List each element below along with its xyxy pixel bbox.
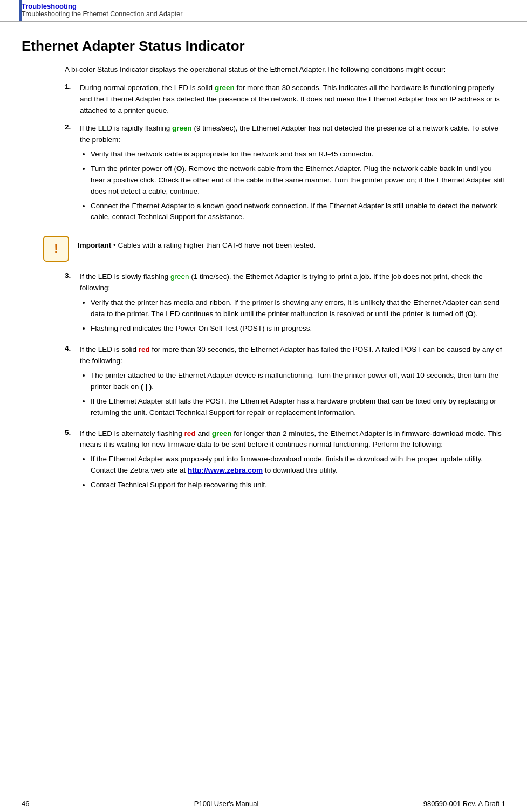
page-header: Troubleshooting Troubleshooting the Ethe… bbox=[0, 0, 527, 22]
bullet-2-2-bold-o: O bbox=[176, 165, 182, 173]
item-4-highlight-red: red bbox=[139, 345, 150, 353]
numbered-item-4: 4. If the LED is solid red for more than… bbox=[65, 344, 505, 422]
important-text: Important • Cables with a rating higher … bbox=[78, 236, 316, 251]
numbered-section-5: 5. If the LED is alternately flashing re… bbox=[65, 428, 505, 495]
bullet-3-2: Flashing red indicates the Power On Self… bbox=[91, 323, 505, 335]
item-1-highlight-green: green bbox=[215, 84, 235, 92]
numbered-item-1: 1. During normal operation, the LED is s… bbox=[65, 83, 505, 117]
bullet-4-1-bold-pipe: ( | ) bbox=[141, 383, 152, 391]
numbered-section-3: 3. If the LED is slowly flashing green (… bbox=[65, 271, 505, 338]
item-5-bullets: If the Ethernet Adapter was purposely pu… bbox=[91, 454, 505, 491]
bullet-3-1-bold-o: O bbox=[468, 310, 474, 318]
important-exclamation: ! bbox=[54, 241, 58, 256]
item-3-num: 3. bbox=[65, 271, 80, 338]
footer-doc-number: 980590-001 Rev. A Draft 1 bbox=[423, 800, 505, 808]
item-1-content: During normal operation, the LED is soli… bbox=[80, 83, 505, 117]
item-1-num: 1. bbox=[65, 83, 80, 117]
numbered-item-5: 5. If the LED is alternately flashing re… bbox=[65, 428, 505, 495]
item-5-highlight-green: green bbox=[212, 429, 232, 438]
bullet-3-1: Verify that the printer has media and ri… bbox=[91, 297, 505, 320]
bullet-2-1: Verify that the network cable is appropr… bbox=[91, 149, 505, 160]
item-4-num: 4. bbox=[65, 344, 80, 422]
header-accent-bar bbox=[19, 0, 22, 21]
item-4-bullets: The printer attached to the Ethernet Ada… bbox=[91, 370, 505, 419]
footer-page-number: 46 bbox=[22, 800, 29, 808]
important-label: Important bbox=[78, 241, 111, 249]
item-5-content: If the LED is alternately flashing red a… bbox=[80, 428, 505, 495]
item-5-num: 5. bbox=[65, 428, 80, 495]
item-3-content: If the LED is slowly flashing green (1 t… bbox=[80, 271, 505, 338]
bullet-5-1: If the Ethernet Adapter was purposely pu… bbox=[91, 454, 505, 476]
important-box: ! Important • Cables with a rating highe… bbox=[43, 236, 484, 262]
numbered-section-2: 2. If the LED is rapidly flashing green … bbox=[65, 123, 505, 226]
item-2-content: If the LED is rapidly flashing green (9 … bbox=[80, 123, 505, 226]
breadcrumb-top: Troubleshooting bbox=[22, 2, 505, 10]
numbered-item-3: 3. If the LED is slowly flashing green (… bbox=[65, 271, 505, 338]
important-not: not bbox=[262, 241, 273, 249]
zebra-link[interactable]: http://www.zebra.com bbox=[188, 466, 263, 474]
page-title: Ethernet Adapter Status Indicator bbox=[22, 38, 505, 54]
item-2-highlight-green: green bbox=[172, 124, 192, 132]
important-icon: ! bbox=[43, 236, 69, 262]
intro-text: A bi-color Status Indicator displays the… bbox=[65, 64, 505, 75]
bullet-2-3: Connect the Ethernet Adapter to a known … bbox=[91, 201, 505, 223]
bullet-4-1: The printer attached to the Ethernet Ada… bbox=[91, 370, 505, 393]
page-footer: 46 P100i User's Manual 980590-001 Rev. A… bbox=[0, 795, 527, 812]
item-2-bullets: Verify that the network cable is appropr… bbox=[91, 149, 505, 223]
item-4-content: If the LED is solid red for more than 30… bbox=[80, 344, 505, 422]
numbered-item-2: 2. If the LED is rapidly flashing green … bbox=[65, 123, 505, 226]
item-3-highlight-green: green bbox=[170, 272, 189, 281]
numbered-section-4: 4. If the LED is solid red for more than… bbox=[65, 344, 505, 422]
breadcrumb-sub: Troubleshooting the Ethernet Connection … bbox=[22, 10, 505, 18]
item-5-highlight-red: red bbox=[184, 429, 196, 438]
bullet-2-2: Turn the printer power off (O). Remove t… bbox=[91, 163, 505, 197]
footer-manual-title: P100i User's Manual bbox=[194, 800, 259, 808]
bullet-4-2: If the Ethernet Adapter still fails the … bbox=[91, 396, 505, 419]
numbered-section-1: 1. During normal operation, the LED is s… bbox=[65, 83, 505, 117]
important-body: • Cables with a rating higher than CAT-6… bbox=[111, 241, 316, 249]
item-3-bullets: Verify that the printer has media and ri… bbox=[91, 297, 505, 335]
bullet-5-2: Contact Technical Support for help recov… bbox=[91, 480, 505, 491]
main-content: Ethernet Adapter Status Indicator A bi-c… bbox=[0, 22, 527, 533]
item-2-num: 2. bbox=[65, 123, 80, 226]
